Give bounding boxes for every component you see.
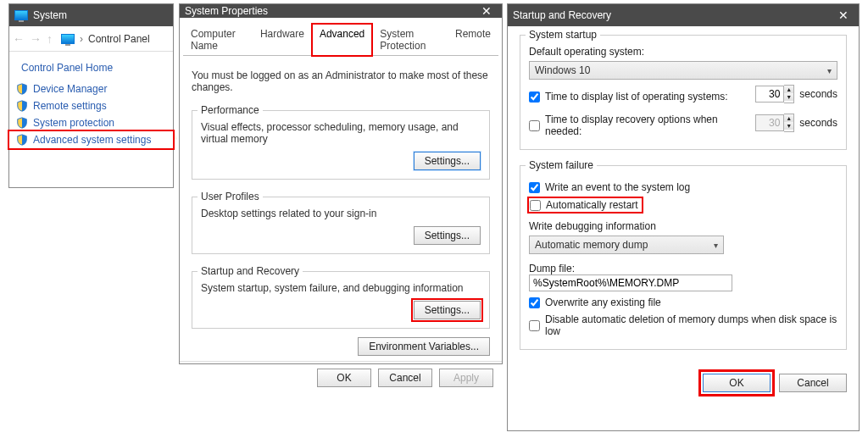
- checkbox-time-list[interactable]: Time to display list of operating system…: [529, 91, 750, 103]
- group-legend: System failure: [526, 159, 597, 171]
- group-system-failure: System failure Write an event to the sys…: [520, 165, 847, 350]
- environment-variables-button[interactable]: Environment Variables...: [358, 337, 490, 356]
- debug-info-dropdown[interactable]: Automatic memory dump ▾: [529, 236, 724, 254]
- group-legend: System startup: [526, 29, 600, 41]
- default-os-label: Default operating system:: [529, 46, 837, 58]
- tab-advanced[interactable]: Advanced: [312, 24, 372, 56]
- dump-file-label: Dump file:: [529, 263, 837, 274]
- checkbox-input[interactable]: [529, 182, 540, 193]
- system-window: System ← → ↑ › Control Panel Control Pan…: [8, 3, 174, 188]
- checkbox-disable-auto-delete[interactable]: Disable automatic deletion of memory dum…: [529, 313, 837, 337]
- group-desc: System startup, system failure, and debu…: [201, 282, 481, 294]
- dialog-buttons: OK Cancel: [520, 365, 847, 392]
- titlebar: Startup and Recovery ✕: [508, 4, 859, 26]
- dump-file-input[interactable]: [529, 274, 732, 291]
- checkbox-label: Time to display list of operating system…: [545, 91, 728, 103]
- apply-button[interactable]: Apply: [439, 369, 493, 387]
- time-list-value[interactable]: [755, 86, 784, 103]
- user-profiles-settings-button[interactable]: Settings...: [414, 226, 481, 245]
- shield-icon: [16, 134, 28, 146]
- checkbox-time-recovery[interactable]: Time to display recovery options when ne…: [529, 114, 750, 137]
- sidebar-item-advanced-system-settings[interactable]: Advanced system settings: [9, 131, 173, 148]
- tab-panel-advanced: You must be logged on as an Administrato…: [180, 56, 502, 356]
- sidebar-item-label: System protection: [33, 117, 114, 129]
- cancel-button[interactable]: Cancel: [378, 369, 432, 387]
- tab-system-protection[interactable]: System Protection: [372, 24, 448, 56]
- write-debug-label: Write debugging information: [529, 220, 837, 232]
- sidebar-item-device-manager[interactable]: Device Manager: [9, 80, 173, 97]
- group-legend: Startup and Recovery: [198, 265, 303, 277]
- group-desc: Desktop settings related to your sign-in: [201, 208, 481, 219]
- breadcrumb-sep: ›: [80, 33, 83, 45]
- checkbox-label: Overwrite any existing file: [545, 297, 661, 308]
- chevron-down-icon: ▾: [714, 241, 718, 250]
- shield-icon: [16, 100, 28, 112]
- time-recovery-spinner[interactable]: ▲▼: [755, 114, 794, 132]
- window-title: Startup and Recovery: [513, 9, 611, 21]
- checkbox-write-event[interactable]: Write an event to the system log: [529, 181, 837, 193]
- group-startup-recovery: Startup and Recovery System startup, sys…: [192, 271, 490, 329]
- startup-recovery-settings-button[interactable]: Settings...: [414, 301, 481, 319]
- dialog-buttons: OK Cancel Apply: [180, 361, 502, 394]
- default-os-dropdown[interactable]: Windows 10 ▾: [529, 61, 837, 80]
- forward-icon[interactable]: →: [30, 32, 42, 46]
- sidebar-item-system-protection[interactable]: System protection: [9, 114, 173, 131]
- time-recovery-value[interactable]: [755, 114, 784, 131]
- group-legend: Performance: [198, 104, 263, 116]
- tab-hardware[interactable]: Hardware: [253, 24, 312, 56]
- time-list-spinner[interactable]: ▲▼: [755, 85, 794, 103]
- shield-icon: [16, 83, 28, 95]
- group-performance: Performance Visual effects, processor sc…: [192, 110, 490, 180]
- admin-note: You must be logged on as an Administrato…: [192, 69, 490, 93]
- up-icon[interactable]: ↑: [47, 32, 53, 46]
- group-desc: Visual effects, processor scheduling, me…: [201, 121, 481, 145]
- shield-icon: [16, 117, 28, 129]
- checkbox-input[interactable]: [529, 320, 540, 331]
- startup-recovery-window: Startup and Recovery ✕ System startup De…: [507, 3, 860, 431]
- tab-computer-name[interactable]: Computer Name: [183, 24, 253, 56]
- back-icon[interactable]: ←: [13, 32, 25, 46]
- group-user-profiles: User Profiles Desktop settings related t…: [192, 197, 490, 254]
- group-legend: User Profiles: [198, 191, 263, 202]
- close-icon[interactable]: ✕: [476, 4, 497, 18]
- cancel-button[interactable]: Cancel: [779, 374, 847, 392]
- group-system-startup: System startup Default operating system:…: [520, 35, 847, 150]
- path-icon: [61, 34, 75, 44]
- checkbox-input[interactable]: [529, 91, 540, 103]
- performance-settings-button[interactable]: Settings...: [414, 152, 481, 170]
- titlebar: System Properties ✕: [180, 4, 502, 18]
- system-properties-window: System Properties ✕ Computer Name Hardwa…: [179, 3, 503, 364]
- chevron-down-icon: ▾: [827, 66, 832, 75]
- checkbox-label: Disable automatic deletion of memory dum…: [545, 313, 837, 337]
- nav-bar: ← → ↑ › Control Panel: [9, 26, 173, 52]
- system-icon: [14, 10, 28, 20]
- window-title: System: [33, 9, 67, 21]
- close-icon[interactable]: ✕: [833, 8, 854, 22]
- dropdown-value: Windows 10: [535, 64, 590, 76]
- checkbox-label: Write an event to the system log: [545, 181, 690, 193]
- checkbox-input[interactable]: [529, 120, 540, 131]
- ok-button[interactable]: OK: [317, 369, 371, 387]
- dropdown-value: Automatic memory dump: [535, 239, 648, 251]
- checkbox-overwrite[interactable]: Overwrite any existing file: [529, 297, 837, 308]
- seconds-label: seconds: [799, 88, 837, 100]
- checkbox-input[interactable]: [529, 297, 540, 308]
- tab-remote[interactable]: Remote: [448, 24, 498, 56]
- tabs: Computer Name Hardware Advanced System P…: [183, 23, 498, 56]
- breadcrumb[interactable]: Control Panel: [88, 33, 150, 45]
- spinner-icon[interactable]: ▲▼: [784, 85, 794, 103]
- checkbox-input[interactable]: [530, 200, 541, 211]
- sidebar-item-label: Device Manager: [33, 83, 107, 95]
- control-panel-home-link[interactable]: Control Panel Home: [9, 52, 173, 80]
- titlebar: System: [9, 4, 173, 26]
- window-title: System Properties: [185, 5, 268, 17]
- seconds-label: seconds: [799, 117, 837, 129]
- sidebar-item-label: Advanced system settings: [33, 134, 151, 146]
- ok-button[interactable]: OK: [703, 374, 771, 392]
- sidebar-item-label: Remote settings: [33, 100, 107, 112]
- checkbox-label: Automatically restart: [546, 199, 638, 211]
- spinner-icon[interactable]: ▲▼: [784, 114, 794, 132]
- sidebar-item-remote-settings[interactable]: Remote settings: [9, 97, 173, 114]
- checkbox-label: Time to display recovery options when ne…: [545, 114, 750, 137]
- checkbox-auto-restart[interactable]: Automatically restart: [529, 198, 642, 212]
